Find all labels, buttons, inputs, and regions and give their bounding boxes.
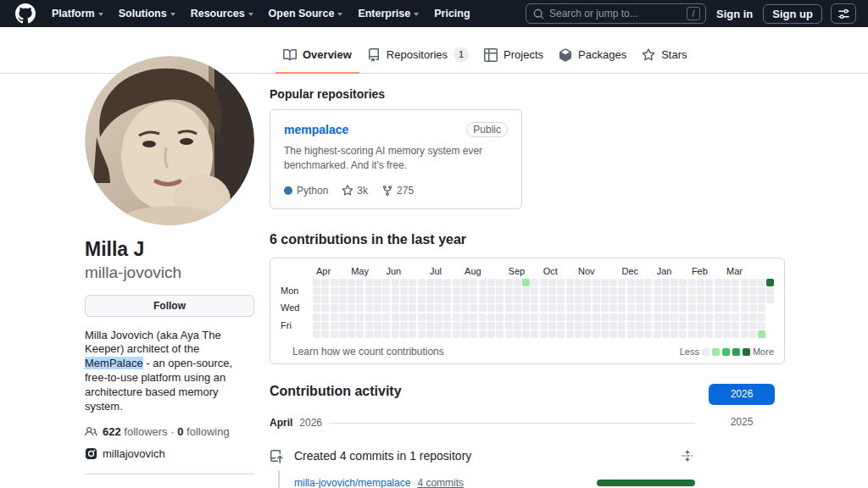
contribution-cell[interactable] bbox=[426, 296, 434, 303]
contribution-cell[interactable] bbox=[479, 304, 487, 312]
contribution-cell[interactable] bbox=[766, 296, 774, 303]
contribution-cell[interactable] bbox=[339, 296, 347, 303]
contribution-cell[interactable] bbox=[348, 296, 355, 303]
contribution-cell[interactable] bbox=[382, 279, 390, 286]
contribution-cell[interactable] bbox=[758, 279, 765, 286]
contribution-cell[interactable] bbox=[654, 296, 661, 303]
contribution-cell[interactable] bbox=[382, 287, 390, 295]
contribution-cell[interactable] bbox=[609, 279, 617, 286]
contribution-cell[interactable] bbox=[331, 330, 338, 338]
tab-stars[interactable]: Stars bbox=[634, 39, 694, 74]
contribution-cell[interactable] bbox=[566, 296, 574, 303]
contribution-cell[interactable] bbox=[548, 296, 556, 303]
contribution-cell[interactable] bbox=[593, 296, 600, 303]
contribution-cell[interactable] bbox=[575, 296, 582, 303]
contribution-cell[interactable] bbox=[732, 287, 739, 295]
contribution-cell[interactable] bbox=[540, 279, 548, 286]
contribution-cell[interactable] bbox=[321, 304, 329, 312]
contribution-cell[interactable] bbox=[461, 287, 469, 295]
contribution-cell[interactable] bbox=[426, 304, 434, 312]
contribution-cell[interactable] bbox=[732, 313, 739, 321]
contribution-cell[interactable] bbox=[348, 304, 355, 312]
repo-forks[interactable]: 275 bbox=[381, 185, 414, 197]
contribution-cell[interactable] bbox=[593, 279, 600, 286]
contribution-cell[interactable] bbox=[409, 330, 416, 338]
contribution-cell[interactable] bbox=[618, 279, 626, 286]
contribution-cell[interactable] bbox=[470, 322, 477, 330]
contribution-cell[interactable] bbox=[593, 304, 600, 312]
contribution-cell[interactable] bbox=[670, 287, 678, 295]
contribution-cell[interactable] bbox=[593, 287, 600, 295]
contribution-cell[interactable] bbox=[593, 330, 600, 338]
contribution-cell[interactable] bbox=[732, 330, 739, 338]
contribution-cell[interactable] bbox=[557, 322, 565, 330]
contribution-cell[interactable] bbox=[522, 304, 530, 312]
contribution-cell[interactable] bbox=[662, 287, 670, 295]
search-input[interactable]: Search or jump to... / bbox=[526, 3, 706, 24]
contribution-cell[interactable] bbox=[575, 330, 582, 338]
contribution-cell[interactable] bbox=[636, 279, 643, 286]
contribution-cell[interactable] bbox=[583, 287, 591, 295]
contribution-cell[interactable] bbox=[688, 287, 696, 295]
contribution-cell[interactable] bbox=[609, 330, 617, 338]
contribution-cell[interactable] bbox=[356, 330, 364, 338]
follow-button[interactable]: Follow bbox=[85, 295, 254, 317]
contribution-cell[interactable] bbox=[409, 279, 416, 286]
contribution-cell[interactable] bbox=[470, 296, 477, 303]
contribution-cell[interactable] bbox=[453, 296, 460, 303]
contribution-cell[interactable] bbox=[670, 279, 678, 286]
tab-packages[interactable]: Packages bbox=[551, 39, 634, 74]
contribution-cell[interactable] bbox=[601, 330, 609, 338]
contribution-cell[interactable] bbox=[548, 330, 556, 338]
contribution-cell[interactable] bbox=[679, 296, 687, 303]
contribution-cell[interactable] bbox=[715, 279, 722, 286]
contribution-cell[interactable] bbox=[514, 313, 521, 321]
contribution-cell[interactable] bbox=[418, 287, 426, 295]
contribution-cell[interactable] bbox=[443, 304, 451, 312]
contribution-cell[interactable] bbox=[636, 330, 643, 338]
contribution-cell[interactable] bbox=[575, 304, 582, 312]
contribution-cell[interactable] bbox=[522, 330, 530, 338]
contribution-cell[interactable] bbox=[766, 287, 774, 295]
contribution-cell[interactable] bbox=[348, 287, 355, 295]
contribution-cell[interactable] bbox=[487, 330, 495, 338]
contribution-cell[interactable] bbox=[741, 304, 748, 312]
contribution-cell[interactable] bbox=[741, 313, 748, 321]
contribution-cell[interactable] bbox=[662, 322, 670, 330]
contribution-cell[interactable] bbox=[443, 287, 451, 295]
contribution-cell[interactable] bbox=[662, 304, 670, 312]
contribution-cell[interactable] bbox=[627, 304, 635, 312]
instagram-link[interactable]: millajovovich bbox=[85, 447, 254, 460]
contribution-cell[interactable] bbox=[348, 279, 355, 286]
contribution-cell[interactable] bbox=[453, 304, 460, 312]
contribution-cell[interactable] bbox=[479, 313, 487, 321]
repo-stars[interactable]: 3k bbox=[342, 185, 368, 197]
contribution-cell[interactable] bbox=[339, 322, 347, 330]
contribution-cell[interactable] bbox=[618, 287, 626, 295]
contribution-cell[interactable] bbox=[365, 330, 373, 338]
contribution-cell[interactable] bbox=[331, 287, 338, 295]
contribution-cell[interactable] bbox=[321, 279, 329, 286]
contribution-cell[interactable] bbox=[609, 296, 617, 303]
contribution-cell[interactable] bbox=[575, 287, 582, 295]
contribution-cell[interactable] bbox=[435, 296, 442, 303]
contribution-cell[interactable] bbox=[557, 279, 565, 286]
tab-projects[interactable]: Projects bbox=[476, 39, 551, 74]
followers-row[interactable]: 622 followers · 0 following bbox=[85, 425, 254, 438]
contribution-cell[interactable] bbox=[723, 287, 731, 295]
contribution-cell[interactable] bbox=[356, 296, 364, 303]
contribution-cell[interactable] bbox=[453, 330, 460, 338]
contribution-cell[interactable] bbox=[409, 313, 416, 321]
contribution-cell[interactable] bbox=[479, 296, 487, 303]
contribution-cell[interactable] bbox=[496, 296, 504, 303]
contribution-cell[interactable] bbox=[618, 313, 626, 321]
contribution-cell[interactable] bbox=[374, 287, 381, 295]
contribution-cell[interactable] bbox=[435, 313, 442, 321]
contribution-cell[interactable] bbox=[339, 330, 347, 338]
contribution-cell[interactable] bbox=[356, 322, 364, 330]
contribution-cell[interactable] bbox=[461, 313, 469, 321]
contribution-cell[interactable] bbox=[575, 313, 582, 321]
contribution-cell[interactable] bbox=[505, 322, 513, 330]
contribution-cell[interactable] bbox=[723, 322, 731, 330]
contribution-cell[interactable] bbox=[365, 304, 373, 312]
